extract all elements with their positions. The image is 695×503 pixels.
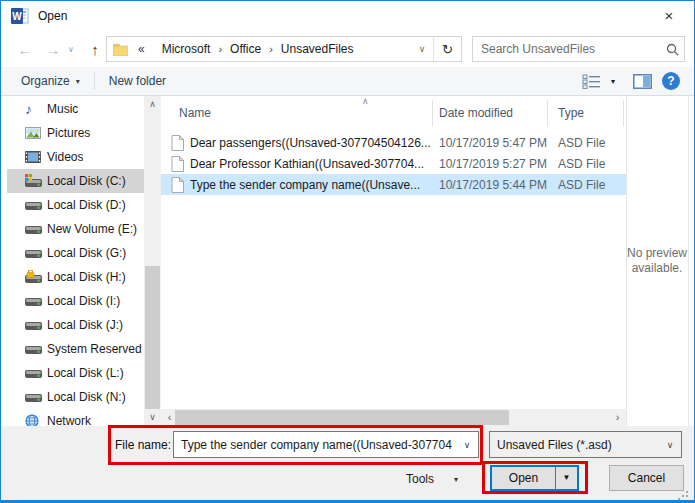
table-row[interactable]: Dear passengers((Unsaved-307704504126...… — [161, 132, 626, 153]
open-button[interactable]: Open ▼ — [490, 465, 579, 491]
sidebar-item-system-reserved[interactable]: System Reserved — [7, 337, 144, 361]
cell-type: ASD File — [548, 178, 624, 192]
titlebar: W Open × — [1, 1, 694, 31]
cell-type: ASD File — [548, 136, 624, 150]
sidebar-item-new-volume-e[interactable]: New Volume (E:) — [7, 217, 144, 241]
sidebar-item-label: Local Disk (H:) — [47, 270, 126, 284]
toolbar-right-group: ▾ ? — [582, 72, 680, 90]
horizontal-scrollbar[interactable]: ‹ › — [161, 409, 626, 426]
sidebar-item-label: Local Disk (I:) — [47, 294, 120, 308]
refresh-button[interactable]: ↻ — [434, 42, 461, 57]
file-rows: Dear passengers((Unsaved-307704504126...… — [161, 132, 626, 195]
up-button[interactable]: ↑ — [85, 41, 105, 58]
music-icon: ♪ — [25, 103, 47, 115]
search-box — [472, 36, 685, 62]
disk-icon — [25, 391, 47, 403]
sidebar-item-label: Local Disk (L:) — [47, 366, 124, 380]
disk-icon — [25, 343, 47, 355]
sidebar-item-music[interactable]: ♪Music — [7, 97, 144, 121]
disk-icon — [25, 295, 47, 307]
breadcrumb-collapsed[interactable]: « — [133, 42, 150, 56]
sidebar-item-local-disk-d[interactable]: Local Disk (D:) — [7, 193, 144, 217]
sidebar-item-label: Network — [47, 414, 91, 426]
preview-pane-icon — [633, 74, 652, 89]
sidebar-item-local-disk-g[interactable]: Local Disk (G:) — [7, 241, 144, 265]
horizontal-scrollbar-thumb[interactable] — [175, 410, 509, 425]
column-header-name[interactable]: Name — [161, 100, 433, 126]
breadcrumb-separator-icon[interactable]: › — [265, 43, 277, 55]
cancel-button[interactable]: Cancel — [609, 465, 684, 491]
breadcrumb-item-microsoft[interactable]: Microsoft — [158, 42, 215, 56]
file-type-dropdown-icon[interactable]: ∨ — [659, 440, 681, 450]
close-icon: × — [665, 7, 674, 24]
word-app-icon: W — [11, 7, 29, 25]
sidebar-item-label: Music — [47, 102, 78, 116]
back-button[interactable]: ← — [15, 41, 35, 58]
preview-line-1: No preview — [625, 246, 689, 261]
tools-label: Tools — [406, 472, 454, 486]
window-title: Open — [38, 9, 67, 23]
scroll-up-icon[interactable]: ∧ — [144, 96, 161, 113]
sidebar-item-local-disk-n[interactable]: Local Disk (N:) — [7, 385, 144, 409]
file-icon — [171, 135, 184, 151]
breadcrumb-item-office[interactable]: Office — [226, 42, 265, 56]
resize-grip[interactable] — [678, 491, 689, 500]
sidebar-item-videos[interactable]: Videos — [7, 145, 144, 169]
sort-ascending-icon: ∧ — [362, 96, 369, 106]
sidebar-item-local-disk-l[interactable]: Local Disk (L:) — [7, 361, 144, 385]
sidebar-item-local-disk-j[interactable]: Local Disk (J:) — [7, 313, 144, 337]
breadcrumb-separator-icon[interactable]: › — [214, 43, 226, 55]
scroll-down-icon[interactable]: ∨ — [144, 409, 161, 426]
address-dropdown-icon[interactable]: ∨ — [411, 44, 433, 54]
file-type-select[interactable]: Unsaved Files (*.asd) ∨ — [489, 431, 682, 458]
preview-pane-button[interactable] — [633, 74, 652, 89]
column-header-date-modified[interactable]: Date modified — [433, 100, 548, 126]
sidebar-item-local-disk-c[interactable]: Local Disk (C:) — [7, 169, 144, 193]
breadcrumb-item-unsavedfiles[interactable]: UnsavedFiles — [277, 42, 358, 56]
table-row[interactable]: Type the sender company name((Unsave...1… — [161, 174, 626, 195]
videos-icon — [25, 151, 47, 163]
sidebar-item-label: Local Disk (G:) — [47, 246, 126, 260]
address-bar[interactable]: «Microsoft›Office›UnsavedFiles ∨ ↻ — [106, 36, 462, 62]
sidebar-item-pictures[interactable]: Pictures — [7, 121, 144, 145]
history-dropdown-icon[interactable]: ∨ — [65, 45, 77, 54]
organize-button[interactable]: Organize ▾ — [21, 74, 80, 88]
new-folder-button[interactable]: New folder — [109, 74, 166, 88]
breadcrumb: «Microsoft›Office›UnsavedFiles — [128, 42, 411, 56]
details-view-button[interactable] — [582, 74, 601, 89]
navigation-bar: ← → ∨ ↑ «Microsoft›Office›UnsavedFiles ∨… — [1, 31, 694, 67]
sidebar-scrollbar-thumb[interactable] — [145, 266, 160, 409]
cell-type: ASD File — [548, 157, 624, 171]
organize-label: Organize — [21, 74, 70, 88]
forward-button[interactable]: → — [43, 41, 63, 58]
table-row[interactable]: Dear Professor Kathian((Unsaved-307704..… — [161, 153, 626, 174]
file-name-combo[interactable]: Type the sender company name((Unsaved-30… — [173, 431, 479, 458]
close-button[interactable]: × — [656, 5, 682, 27]
tools-button[interactable]: Tools ▾ — [406, 467, 458, 491]
help-button[interactable]: ? — [662, 72, 680, 90]
sidebar-item-label: Local Disk (D:) — [47, 198, 126, 212]
search-input[interactable] — [473, 42, 660, 56]
disk-icon — [25, 223, 47, 235]
scroll-right-icon[interactable]: › — [609, 409, 626, 426]
file-name-text: Dear Professor Kathian((Unsaved-307704..… — [190, 157, 424, 171]
cell-name: Type the sender company name((Unsave... — [161, 177, 433, 193]
cell-date-modified: 10/17/2019 5:27 PM — [433, 157, 548, 171]
toolbar-divider — [94, 72, 95, 90]
open-dialog: W Open × ← → ∨ ↑ «Microsoft›Office›Unsav… — [0, 0, 695, 503]
open-dropdown-icon[interactable]: ▼ — [556, 467, 577, 489]
sidebar-scrollbar[interactable]: ∧ ∨ — [144, 96, 161, 426]
sidebar-item-label: Local Disk (J:) — [47, 318, 123, 332]
file-name-dropdown-icon[interactable]: ∨ — [456, 440, 478, 450]
preview-line-2: available. — [625, 261, 689, 276]
filelist-header: ∧ NameDate modifiedType — [161, 100, 624, 126]
sidebar-item-label: Videos — [47, 150, 83, 164]
main-content: ♪MusicPicturesVideosLocal Disk (C:)Local… — [1, 96, 694, 426]
disk-lock-icon — [25, 270, 47, 284]
view-options-dropdown-icon[interactable]: ▾ — [611, 77, 615, 86]
sidebar-item-network[interactable]: Network — [7, 409, 144, 426]
search-icon — [660, 43, 684, 56]
column-header-type[interactable]: Type — [548, 100, 624, 126]
sidebar-item-local-disk-h[interactable]: Local Disk (H:) — [7, 265, 144, 289]
sidebar-item-local-disk-i[interactable]: Local Disk (I:) — [7, 289, 144, 313]
